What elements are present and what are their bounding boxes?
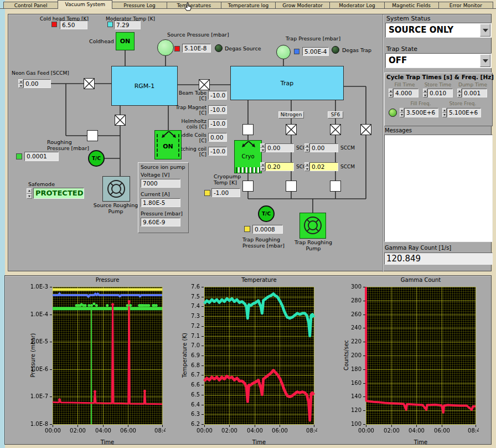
sf6-flow-actual-field[interactable]: 0.02 [309, 162, 338, 171]
fill-time-spinner[interactable] [389, 89, 393, 97]
temperature-chart-title: Temperature [204, 277, 314, 283]
store-time-label: Store Time [423, 82, 452, 87]
sf6-valve[interactable] [330, 124, 341, 135]
system-status-label: System Status [386, 16, 431, 22]
chevron-down-icon [483, 59, 488, 63]
cryopump-temp-field: -1.00 [211, 188, 240, 197]
moderator-temp-field: 7.29 [114, 20, 141, 29]
nitrogen-flow-spinner[interactable] [260, 143, 265, 152]
degas-source-led[interactable] [215, 44, 223, 52]
moderator-led [107, 22, 113, 27]
coldhead-on-button[interactable]: ON [116, 32, 135, 50]
trap-thermocouple: T/C [258, 205, 275, 222]
trap-roughing-pressure-label: Trap Roughing Pressure [mbar] [242, 237, 292, 249]
fill-time-field[interactable]: 4.000 [393, 89, 418, 97]
degas-trap-led[interactable] [332, 46, 339, 54]
ion-pump-pressure-field: 9.60E-9 [141, 218, 180, 226]
pressure-chart-xlabel: Time [53, 439, 162, 445]
trap-state-dropdown[interactable]: OFF [385, 53, 492, 68]
beam-tube-label: Beam Tube [C] [172, 90, 206, 101]
sf6-flow-spinner[interactable] [304, 143, 309, 152]
trap-state-dropdown-button[interactable] [480, 54, 490, 67]
cryopump-temp-label: Cryopump Temp [K] [214, 174, 244, 186]
safemode-field[interactable]: PROTECTED [33, 188, 84, 199]
tab-vacuum-system[interactable]: Vacuum System [58, 0, 112, 9]
fill-freq-field[interactable]: 3.500E+6 [404, 108, 438, 117]
roughing-pressure-led [16, 153, 22, 159]
trap-chamber: Trap [230, 66, 344, 100]
ion-pump-arrows-icon [158, 131, 180, 138]
source-thermocouple: T/C [88, 150, 105, 167]
source-ion-pump[interactable]: ON [154, 130, 182, 159]
system-status-dropdown[interactable]: SOURCE ONLY [385, 23, 492, 38]
store-time-field[interactable]: 0.010 [427, 89, 453, 97]
source-pressure-gauge [157, 39, 174, 56]
panel-divider-highlight [383, 14, 384, 272]
ion-pump-voltage-field: 7000 [141, 179, 180, 188]
gamma-count-field: 120.849 [384, 253, 493, 265]
source-roughing-pump-icon [102, 176, 130, 202]
fill-freq-spinner[interactable] [400, 108, 404, 117]
sf6-set-unit: SCCM [340, 145, 355, 151]
chevron-down-icon [483, 29, 488, 32]
charts-panel: Pressure Pressure (mbar) Time Temperatur… [4, 275, 492, 445]
sf6-actual-spinner[interactable] [304, 162, 309, 171]
sf6-flow-set-field[interactable]: 0.00 [309, 143, 338, 152]
rgm1-chamber: RGM-1 [111, 66, 178, 106]
cryo-roughing-valve-open[interactable] [242, 181, 254, 192]
sf6-actual-unit: SCCM [340, 164, 355, 169]
beam-tube-valve[interactable] [199, 79, 210, 90]
cryo-label: Cryo [235, 153, 261, 159]
nitrogen-flow-actual-field[interactable]: 0.20 [265, 162, 294, 171]
nitrogen-valve[interactable] [286, 124, 297, 135]
trap-pressure-led [294, 49, 299, 54]
store-freq-spinner[interactable] [442, 108, 447, 117]
fill-time-label: Fill Time [391, 82, 418, 87]
source-pressure-led [174, 46, 180, 52]
sf6-label: SF6 [328, 111, 343, 119]
cryo-pump[interactable]: Cryo [234, 140, 262, 173]
neon-feed-spinner[interactable] [18, 79, 23, 88]
gamma-chart-canvas [340, 284, 479, 439]
neon-feed-field[interactable]: 0.00 [23, 79, 51, 88]
cryo-arrows-icon [238, 141, 259, 148]
store-freq-field[interactable]: 5.100E+6 [447, 108, 481, 117]
neon-line-valve[interactable] [84, 78, 95, 89]
ion-pump-current-field: 1.80E-5 [141, 198, 180, 207]
trap-pressure-gauge [276, 45, 291, 59]
trap-state-value: OFF [389, 55, 407, 65]
safemode-spinner[interactable] [27, 188, 32, 199]
rgm1-roughing-valve[interactable] [115, 115, 126, 126]
dump-time-field[interactable]: 0.001 [462, 89, 487, 97]
sf6-roughing-valve-open[interactable] [330, 181, 341, 192]
hand-cursor-icon [184, 2, 193, 12]
messages-label: Messages [385, 127, 412, 133]
system-status-dropdown-button[interactable] [480, 24, 490, 37]
trap-roughing-pressure-led [244, 226, 250, 232]
tab-bar: Control Panel Vacuum System Pressure Log… [3, 0, 493, 9]
helmholtz-coils-field: -10.0 [208, 119, 227, 128]
ion-pump-pressure-label: Pressure [mbar] [141, 211, 183, 217]
degas-trap-label: Degas Trap [342, 48, 371, 54]
cryo-line-valve-open[interactable] [242, 124, 254, 135]
system-status-value: SOURCE ONLY [389, 25, 453, 35]
store-time-spinner[interactable] [423, 89, 427, 97]
trap-magnet-field: -10.0 [208, 105, 227, 114]
temperature-chart-xlabel: Time [204, 439, 314, 445]
dump-time-spinner[interactable] [457, 89, 462, 97]
roughing-pressure-field: 0.0001 [24, 152, 59, 161]
trap-pressure-field: 5.00E-4 [302, 47, 329, 56]
temperature-chart-canvas [179, 284, 317, 439]
store-freq-label: Store Freq. [447, 101, 479, 106]
nitrogen-roughing-valve-open[interactable] [286, 181, 297, 192]
fill-freq-label: Fill Freq. [406, 101, 436, 106]
nitrogen-flow-set-field[interactable]: 0.00 [265, 143, 294, 152]
nitrogen-actual-spinner[interactable] [260, 162, 265, 171]
source-ion-pump-panel: Source ion pump Voltage [V] 7000 Current… [138, 162, 189, 233]
gamma-count-label: Gamma Ray Count [1/s] [385, 245, 451, 251]
trap-magnet-label: Trap Magnet [C] [172, 105, 206, 116]
cycle-trap-box: Cycle Trap Times [s] & Freq. [Hz] Fill T… [384, 73, 493, 126]
trap-roughing-pressure-field: 0.0008 [252, 225, 283, 234]
trap-bypass-valve[interactable] [360, 124, 371, 135]
helmholtz-coils-label: Helmholtz coils [C] [172, 119, 206, 130]
